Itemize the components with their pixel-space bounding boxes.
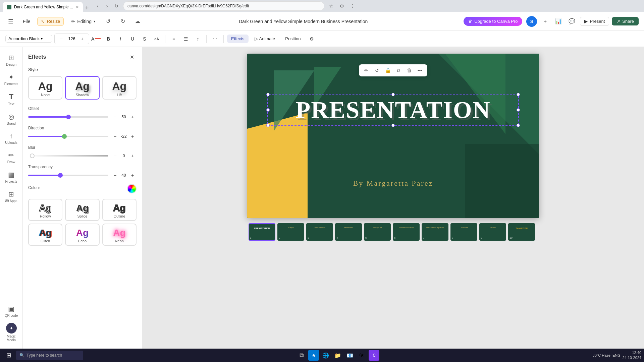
new-tab-btn[interactable]: +: [83, 4, 91, 12]
extensions-btn[interactable]: ⚙: [338, 2, 346, 10]
resize-btn[interactable]: ⤡ Resize: [37, 17, 64, 26]
sidebar-item-apps[interactable]: ⊞ 89 Apps: [2, 187, 21, 205]
direction-increase-btn[interactable]: +: [128, 132, 137, 140]
style-none-card[interactable]: Ag None: [28, 76, 62, 100]
font-size-value[interactable]: 126: [67, 36, 77, 41]
menu-btn[interactable]: ⋮: [348, 2, 357, 10]
browser-tab[interactable]: Dark Green and Yellow Simple ... ✕: [3, 2, 83, 12]
font-size-decrease-btn[interactable]: −: [57, 35, 65, 43]
sel-edit-btn[interactable]: ✏: [362, 66, 371, 75]
sidebar-item-draw[interactable]: ✏ Draw: [2, 148, 21, 167]
style-lift-card[interactable]: Ag Lift: [102, 76, 137, 100]
taskbar-app-store[interactable]: 🛍: [357, 350, 367, 361]
transparency-slider-thumb[interactable]: [58, 173, 63, 178]
effect-echo-card[interactable]: Ag Echo: [65, 224, 99, 246]
blur-slider-track[interactable]: [28, 155, 108, 157]
forward-btn[interactable]: ›: [103, 2, 111, 10]
share-btn[interactable]: ↗ Share: [612, 17, 639, 25]
style-shadow-card[interactable]: Ag Shadow: [65, 76, 99, 100]
animate-btn[interactable]: ▷ Animate: [251, 35, 279, 43]
handle-mr[interactable]: [517, 108, 520, 112]
font-selector[interactable]: Accordion Black ▾: [5, 35, 52, 43]
present-btn[interactable]: ▶ Present: [580, 17, 609, 26]
taskbar-search[interactable]: 🔍 Type here to search: [16, 351, 83, 360]
back-btn[interactable]: ‹: [94, 2, 102, 10]
sidebar-item-brand[interactable]: ◎ Brand: [2, 110, 21, 128]
sel-copy-btn[interactable]: ⧉: [394, 66, 403, 75]
underline-btn[interactable]: U: [127, 34, 138, 44]
transparency-decrease-btn[interactable]: −: [111, 171, 119, 179]
tab-close-btn[interactable]: ✕: [76, 5, 79, 9]
effect-splice-card[interactable]: Ag Splice: [65, 199, 99, 221]
direction-slider-track[interactable]: [28, 136, 108, 137]
taskbar-app-chrome[interactable]: 🌐: [320, 350, 331, 361]
undo-btn[interactable]: ↺: [103, 16, 113, 27]
sidebar-item-qrcode[interactable]: ▣ QR code: [2, 302, 21, 320]
sidebar-item-text[interactable]: T Text: [2, 90, 21, 109]
hamburger-btn[interactable]: ☰: [5, 16, 16, 27]
sidebar-item-projects[interactable]: ▦ Projects: [2, 168, 21, 186]
direction-slider-thumb[interactable]: [62, 134, 67, 139]
thumb-5[interactable]: Background 5: [364, 223, 391, 241]
thumb-7[interactable]: Presentation Objectives 7: [422, 223, 448, 241]
case-btn[interactable]: aA: [152, 34, 162, 44]
offset-slider-track[interactable]: [28, 116, 108, 118]
handle-tl[interactable]: [266, 93, 270, 96]
sidebar-item-elements[interactable]: ✦ Elements: [2, 70, 21, 88]
font-size-increase-btn[interactable]: +: [78, 35, 86, 43]
effect-glitch-card[interactable]: Ag Glitch: [28, 224, 62, 246]
italic-btn[interactable]: I: [115, 34, 125, 44]
comment-btn[interactable]: 💬: [567, 16, 577, 27]
handle-tr[interactable]: [517, 93, 520, 96]
avatar-btn[interactable]: S: [526, 16, 537, 27]
panel-close-btn[interactable]: ✕: [127, 52, 137, 62]
blur-slider-thumb[interactable]: [30, 154, 35, 158]
align-btn[interactable]: ≡: [169, 34, 179, 44]
offset-slider-thumb[interactable]: [66, 115, 71, 119]
bookmark-btn[interactable]: ☆: [327, 2, 335, 10]
taskbar-app-edge[interactable]: e: [308, 350, 319, 361]
transparency-increase-btn[interactable]: +: [128, 171, 137, 179]
thumb-3[interactable]: List of contents 3: [306, 223, 333, 241]
handle-br[interactable]: [517, 124, 520, 127]
direction-decrease-btn[interactable]: −: [111, 132, 119, 140]
thumb-6[interactable]: Problem formulation 6: [393, 223, 420, 241]
more-btn[interactable]: ⋯: [210, 34, 220, 44]
thumb-1[interactable]: PRESENTATION 1: [249, 223, 275, 241]
start-btn[interactable]: ⊞: [3, 349, 15, 361]
bullet-btn[interactable]: ☰: [181, 34, 191, 44]
sidebar-item-uploads[interactable]: ↑ Uploads: [2, 129, 21, 147]
blur-increase-btn[interactable]: +: [128, 152, 137, 160]
more-options-btn[interactable]: ⚙: [307, 34, 317, 44]
address-bar[interactable]: canva.com/design/DAGNDXyXEqQ/3X-DrEFsdlL…: [123, 1, 324, 11]
bold-btn[interactable]: B: [103, 34, 113, 44]
handle-ml[interactable]: [266, 108, 270, 112]
sidebar-item-magic[interactable]: ✦ Magic Media: [2, 320, 21, 345]
thumb-9[interactable]: Session 9: [479, 223, 506, 241]
effects-btn[interactable]: Effects: [227, 35, 249, 43]
handle-tm[interactable]: [391, 93, 395, 96]
blur-decrease-btn[interactable]: −: [111, 152, 119, 160]
thumb-2[interactable]: Subject 2: [277, 223, 304, 241]
colour-swatch[interactable]: [127, 184, 137, 193]
thumb-8[interactable]: Conclusion 8: [450, 223, 477, 241]
text-color-btn[interactable]: A: [91, 34, 101, 44]
taskbar-app-explorer[interactable]: 📁: [332, 350, 343, 361]
refresh-btn[interactable]: ↻: [112, 2, 120, 10]
sel-lock-btn[interactable]: 🔒: [383, 66, 392, 75]
taskbar-app-task-view[interactable]: ⧉: [296, 350, 307, 361]
offset-decrease-btn[interactable]: −: [111, 113, 119, 121]
add-btn[interactable]: +: [540, 16, 550, 27]
offset-increase-btn[interactable]: +: [128, 113, 137, 121]
position-btn[interactable]: Position: [281, 35, 305, 43]
editing-btn[interactable]: ✏ Editing ▾: [68, 17, 99, 25]
sel-rotate-btn[interactable]: ↺: [372, 66, 382, 75]
handle-bm[interactable]: [391, 124, 395, 127]
transparency-slider-track[interactable]: [28, 175, 108, 176]
strikethrough-btn[interactable]: S: [140, 34, 150, 44]
effect-outline-card[interactable]: Ag Outline: [102, 199, 137, 221]
presentation-text-container[interactable]: PRESENTATION: [267, 94, 519, 126]
sidebar-item-design[interactable]: ⊞ Design: [2, 51, 21, 69]
thumb-4[interactable]: Introduction 4: [335, 223, 362, 241]
taskbar-app-canva[interactable]: C: [369, 350, 379, 361]
